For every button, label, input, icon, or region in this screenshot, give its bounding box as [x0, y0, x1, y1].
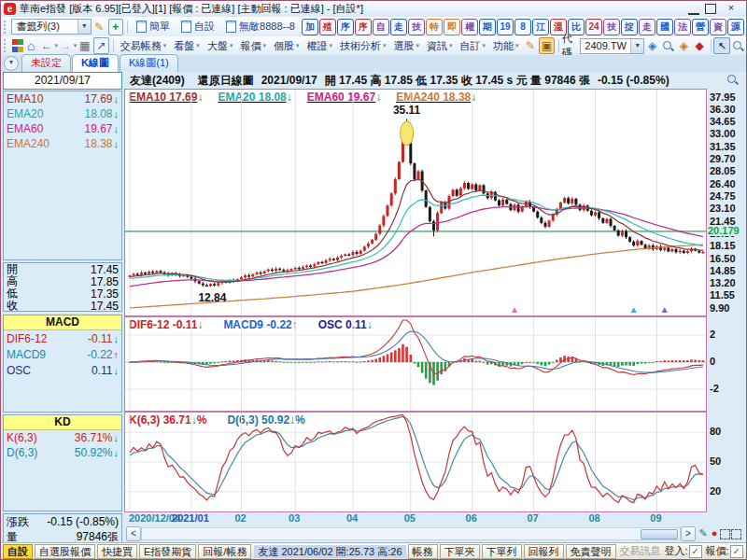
- forward-icon[interactable]: →: [59, 38, 73, 53]
- menu-看盤[interactable]: 看盤▾: [170, 39, 204, 53]
- back-icon[interactable]: ←: [40, 38, 54, 53]
- status-tab-回報/帳務[interactable]: 回報/帳務: [198, 544, 251, 559]
- quick-shortcut-button[interactable]: 國: [656, 19, 673, 35]
- quick-shortcut-button[interactable]: 序: [337, 19, 354, 35]
- grab-hand-icon[interactable]: ◈: [677, 38, 691, 53]
- search-icon[interactable]: [661, 38, 675, 53]
- quick-shortcut-button[interactable]: 自: [373, 19, 389, 35]
- layout-grid-icon[interactable]: [12, 39, 23, 52]
- status-tab-自設[interactable]: 自設: [3, 544, 33, 559]
- quick-shortcut-button[interactable]: 序: [355, 19, 372, 35]
- tab-menu-button[interactable]: ▾: [4, 56, 19, 71]
- cursor-tool-icon[interactable]: ↖: [713, 37, 730, 54]
- quick-shortcut-button[interactable]: 法: [674, 19, 691, 35]
- draw-pencil-icon[interactable]: ✎: [698, 527, 709, 539]
- status-tab-自選股報價[interactable]: 自選股報價: [35, 544, 95, 559]
- quick-shortcut-button[interactable]: 源: [727, 19, 744, 35]
- add-bookmark-icon[interactable]: +: [108, 19, 124, 35]
- tab-未設定[interactable]: 未設定: [21, 54, 71, 72]
- close-button[interactable]: ×: [722, 3, 740, 15]
- menu-報價[interactable]: 報價▾: [236, 39, 270, 53]
- status-button-回報列[interactable]: 回報列: [524, 544, 564, 559]
- maximize-button[interactable]: [705, 4, 716, 14]
- alert-bell-icon[interactable]: ◆: [693, 38, 707, 53]
- cursor-change: -0.15 (-0.85%): [598, 74, 669, 87]
- indicator-value: 19.67: [84, 122, 112, 135]
- clock-icon[interactable]: ●: [709, 527, 720, 539]
- print-icon[interactable]: ▦: [78, 38, 92, 53]
- quick-shortcut-button[interactable]: 8: [514, 19, 531, 35]
- scrollbar-thumb[interactable]: [641, 529, 678, 539]
- menu-技術分析[interactable]: 技術分析▾: [336, 39, 390, 53]
- quick-shortcut-button[interactable]: 技: [408, 19, 425, 35]
- new-order-icon[interactable]: ▣: [539, 37, 555, 54]
- bookmark-page-button[interactable]: 自設: [176, 19, 220, 35]
- quick-shortcut-button[interactable]: 殖: [319, 19, 336, 35]
- scrollbar-track[interactable]: [141, 527, 681, 540]
- bookmark-list-dropdown[interactable]: 書籤列(3) ▾: [11, 19, 91, 35]
- tab-K線圖[interactable]: K線圖: [72, 54, 119, 72]
- quick-shortcut-button[interactable]: 特: [426, 19, 443, 35]
- quick-shortcut-button[interactable]: 期: [479, 19, 496, 35]
- back-history-chevron[interactable]: ▾: [54, 42, 58, 49]
- toolbar-grip[interactable]: [4, 39, 9, 52]
- status-tab-快捷買[interactable]: 快捷買: [97, 544, 137, 559]
- zoom-tool-icon[interactable]: [731, 38, 745, 53]
- indicator-label: MACD9: [7, 348, 46, 361]
- status-tab-E指發期貨[interactable]: E指發期貨: [139, 544, 196, 559]
- macd-panel[interactable]: DIF6-12 -0.11↓MACD9 -0.22↑OSC 0.11↓: [124, 316, 707, 412]
- macd-box-row: OSC0.11↓: [4, 362, 121, 378]
- quick-shortcut-button[interactable]: 掟: [621, 19, 638, 35]
- status-button-下單列[interactable]: 下單列: [482, 544, 522, 559]
- menu-權證[interactable]: 權證▾: [303, 39, 336, 53]
- menu-資訊[interactable]: 資訊▾: [423, 39, 457, 53]
- chevron-down-icon[interactable]: ▾: [78, 20, 91, 34]
- zoom-out-region-icon[interactable]: [720, 529, 730, 539]
- edit-bookmark-icon[interactable]: ✎: [92, 20, 106, 35]
- quick-shortcut-button[interactable]: 權: [461, 19, 478, 35]
- quick-shortcut-button[interactable]: 19: [497, 19, 514, 35]
- toolbar-grip[interactable]: [4, 21, 8, 34]
- status-button-帳務[interactable]: 帳務: [408, 544, 438, 559]
- quick-shortcut-button[interactable]: 技: [603, 19, 620, 35]
- chevron-down-icon: ▾: [515, 42, 519, 49]
- stock-code-input[interactable]: 2409.TW ▾: [580, 38, 644, 54]
- bookmark-page-button[interactable]: 簡單: [131, 19, 176, 35]
- indicator-label: EMA240: [7, 137, 49, 150]
- magnifier-icon[interactable]: [726, 74, 739, 89]
- compose-icon[interactable]: ✎: [524, 38, 538, 53]
- scroll-left-button[interactable]: <: [126, 526, 141, 541]
- y-axis-tick-label: 24.75: [710, 190, 736, 202]
- quick-shortcut-button[interactable]: 江: [532, 19, 549, 35]
- quick-shortcut-button[interactable]: 營: [692, 19, 709, 35]
- zoom-in-region-icon[interactable]: [731, 529, 741, 539]
- menu-大盤[interactable]: 大盤▾: [204, 39, 237, 53]
- minimize-button[interactable]: [688, 5, 699, 15]
- menu-label: 功能: [493, 39, 514, 53]
- quick-shortcut-button[interactable]: 加: [302, 19, 318, 35]
- quick-shortcut-button[interactable]: 即: [444, 19, 460, 35]
- menu-選股[interactable]: 選股▾: [389, 39, 423, 53]
- status-button-免責聲明[interactable]: 免責聲明: [566, 544, 616, 559]
- forward-history-chevron[interactable]: ▾: [74, 42, 78, 49]
- scroll-right-button[interactable]: >: [681, 526, 696, 541]
- chevron-down-icon[interactable]: ▾: [630, 39, 643, 53]
- menu-功能[interactable]: 功能▾: [489, 39, 523, 53]
- main-price-chart[interactable]: EMA10 17.69↓EMA20 18.08↓EMA60 19.67↓EMA2…: [124, 89, 707, 316]
- kd-panel[interactable]: K(6,3) 36.71↓%D(6,3) 50.92↓%: [124, 412, 707, 512]
- quick-shortcut-button[interactable]: 24: [585, 19, 602, 35]
- trough-price-annotation: 12.84: [198, 291, 226, 304]
- quick-shortcut-button[interactable]: 走: [390, 19, 407, 35]
- status-button-下單夾[interactable]: 下單夾: [440, 544, 480, 559]
- menu-個股[interactable]: 個股▾: [270, 39, 303, 53]
- bookmark-page-label: 自設: [194, 20, 215, 34]
- quick-shortcut-button[interactable]: 資: [710, 19, 726, 35]
- quick-shortcut-button[interactable]: 走: [639, 19, 655, 35]
- popout-window-icon[interactable]: ↗: [93, 37, 109, 54]
- home-icon[interactable]: ⌂: [24, 38, 38, 53]
- quote-hand-icon[interactable]: ◈: [645, 38, 659, 53]
- menu-自訂[interactable]: 自訂▾: [456, 39, 489, 53]
- tab-K線圖(1)[interactable]: K線圖(1): [120, 54, 178, 72]
- bookmark-page-button[interactable]: 無敵8888--8: [220, 19, 301, 35]
- menu-交易帳務[interactable]: 交易帳務▾: [117, 39, 171, 53]
